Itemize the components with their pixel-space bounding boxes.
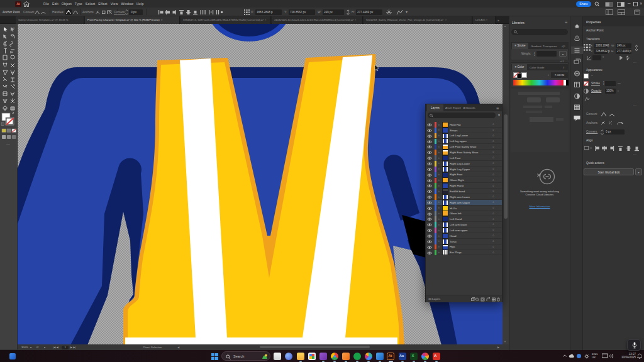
svg-text:...: ... [6,141,10,146]
